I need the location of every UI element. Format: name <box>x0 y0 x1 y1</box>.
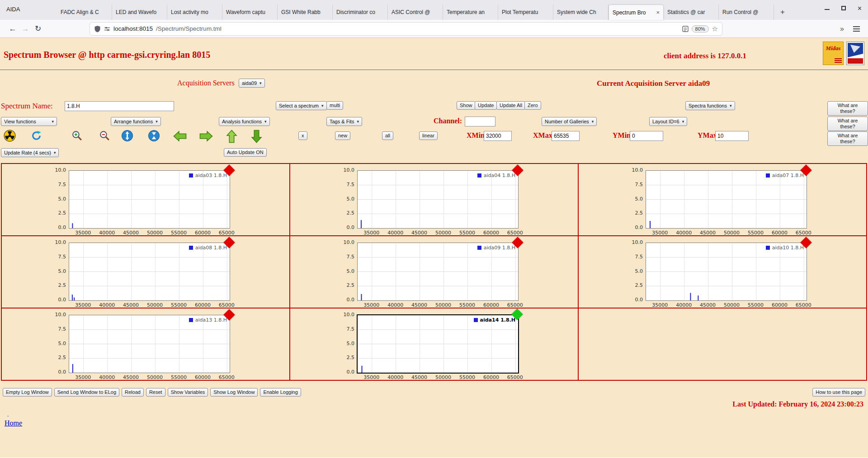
legend-swatch <box>189 173 193 178</box>
linear-button[interactable]: linear <box>419 131 438 140</box>
all-button[interactable]: all <box>382 131 393 140</box>
y-tick-label: 7.5 <box>624 182 643 187</box>
y-tick-label: 10.0 <box>47 167 66 173</box>
plot-area: aida08 1.8.H <box>69 243 230 301</box>
zoom-out-icon[interactable] <box>99 130 111 144</box>
auto-update-button[interactable]: Auto Update ON <box>224 148 267 157</box>
x-button[interactable]: x <box>298 131 307 140</box>
legend-swatch <box>766 246 770 250</box>
zoom-level-badge[interactable]: 80% <box>692 25 709 33</box>
tab-system-wide-ch[interactable]: System wide Ch <box>553 5 609 20</box>
acquisition-server-select[interactable]: aida09 ▾ <box>239 79 265 88</box>
arrow-left-icon[interactable] <box>173 131 187 144</box>
ymin-input[interactable] <box>630 131 663 141</box>
layout-id-select[interactable]: Layout ID=6 ▾ <box>649 117 687 126</box>
refresh-icon[interactable] <box>30 130 42 144</box>
tab-lost-activity-mo[interactable]: Lost activity mo <box>167 5 222 20</box>
reload-button[interactable]: Reload <box>122 388 144 397</box>
show-log-window-button[interactable]: Show Log Window <box>210 388 258 397</box>
tags-fits-select[interactable]: Tags & Fits ▾ <box>326 117 362 126</box>
update-rate-select[interactable]: Update Rate (4 secs) ▾ <box>1 148 59 157</box>
spectrum-chart-aida08-1-8-h[interactable]: 0.02.55.07.510.0350004000045000500005500… <box>2 236 289 308</box>
view-functions-select[interactable]: View functions ▾ <box>1 117 57 126</box>
xmin-input[interactable] <box>484 131 512 141</box>
reader-view-icon[interactable] <box>682 26 689 32</box>
what-are-these-button-1[interactable]: What are these? <box>827 101 868 116</box>
compress-y-icon[interactable] <box>148 130 160 144</box>
tab-run-control[interactable]: Run Control @ <box>719 5 774 20</box>
permissions-icon[interactable] <box>104 26 110 32</box>
reload-button[interactable]: ↻ <box>32 24 44 33</box>
close-window-button[interactable]: × <box>858 5 862 11</box>
update-all-button[interactable]: Update All <box>496 101 525 110</box>
xmax-input[interactable] <box>552 131 580 141</box>
new-button[interactable]: new <box>335 131 350 140</box>
analysis-functions-value: Analysis functions <box>222 119 262 124</box>
tags-fits-value: Tags & Fits <box>330 119 354 124</box>
reset-button[interactable]: Reset <box>146 388 165 397</box>
how-to-use-button[interactable]: How to use this page <box>812 388 865 397</box>
x-tick-label: 35000 <box>361 302 382 308</box>
arrow-right-icon[interactable] <box>199 131 213 144</box>
y-tick-label: 10.0 <box>624 239 643 245</box>
tab-temperature-an[interactable]: Temperature an <box>443 5 498 20</box>
bookmark-star-icon[interactable]: ☆ <box>712 25 718 33</box>
arrange-functions-select[interactable]: Arrange functions ▾ <box>111 117 161 126</box>
tab-close-icon[interactable]: × <box>656 9 660 16</box>
channel-input[interactable] <box>465 117 495 126</box>
send-log-window-to-elog-button[interactable]: Send Log Window to ELog <box>54 388 119 397</box>
trefoil-icon[interactable] <box>4 130 16 144</box>
enable-logging-button[interactable]: Enable Logging <box>260 388 301 397</box>
overflow-menu-icon[interactable]: » <box>835 25 849 33</box>
spectrum-chart-aida14-1-8-h[interactable]: 0.02.55.07.510.0350004000045000500005500… <box>290 308 578 380</box>
x-tick-label: 50000 <box>433 230 454 236</box>
zoom-in-icon[interactable] <box>71 130 83 144</box>
spectra-functions-select[interactable]: Spectra functions ▾ <box>685 101 735 110</box>
empty-log-window-button[interactable]: Empty Log Window <box>3 388 52 397</box>
url-bar[interactable]: localhost:8015/Spectrum/Spectrum.tml 80%… <box>90 22 722 36</box>
spectrum-name-input[interactable] <box>65 101 174 111</box>
show-button[interactable]: Show <box>457 101 476 110</box>
spectrum-chart-aida07-1-8-h[interactable]: 0.02.55.07.510.0350004000045000500005500… <box>579 164 866 235</box>
back-button[interactable]: ← <box>6 24 19 33</box>
show-variables-button[interactable]: Show Variables <box>168 388 208 397</box>
tab-gsi-white-rabb[interactable]: GSI White Rabb <box>278 5 333 20</box>
what-are-these-button-3[interactable]: What are these? <box>827 131 868 146</box>
maximize-button[interactable] <box>841 5 846 11</box>
minimize-button[interactable] <box>825 5 830 11</box>
tab-spectrum-bro[interactable]: Spectrum Bro× <box>609 5 664 20</box>
expand-y-icon[interactable] <box>121 130 133 144</box>
tab-asic-control[interactable]: ASIC Control @ <box>388 5 443 20</box>
select-spectrum-dropdown[interactable]: Select a spectrum ▾ <box>276 101 327 110</box>
tab-statistics-car[interactable]: Statistics @ car <box>664 5 719 20</box>
legend-swatch <box>189 318 193 322</box>
tab-discriminator-co[interactable]: Discriminator co <box>333 5 388 20</box>
spectrum-chart-aida10-1-8-h[interactable]: 0.02.55.07.510.0350004000045000500005500… <box>579 236 866 308</box>
multi-button[interactable]: multi <box>326 101 343 110</box>
shield-icon[interactable] <box>94 25 101 33</box>
arrow-down-icon[interactable] <box>251 129 262 145</box>
legend-label: aida09 1.8.H <box>484 245 515 251</box>
forward-button[interactable]: → <box>19 24 32 33</box>
tab-led-and-wavefo[interactable]: LED and Wavefo <box>112 5 167 20</box>
plot-area: aida14 1.8.H <box>357 314 519 374</box>
spectrum-chart-aida04-1-8-h[interactable]: 0.02.55.07.510.0350004000045000500005500… <box>290 164 578 235</box>
home-link[interactable]: Home <box>5 419 22 427</box>
gallery-cell-aida03-1-8-h: 0.02.55.07.510.0350004000045000500005500… <box>1 164 290 236</box>
number-of-galleries-select[interactable]: Number of Galleries ▾ <box>542 117 597 126</box>
menu-icon[interactable] <box>853 26 860 32</box>
spectrum-browser-page: Spectrum Browser @ http carme-gsi.cryrin… <box>0 38 868 458</box>
y-tick-label: 0.0 <box>47 297 66 303</box>
spectrum-chart-aida09-1-8-h[interactable]: 0.02.55.07.510.0350004000045000500005500… <box>290 236 578 308</box>
zero-button[interactable]: Zero <box>524 101 541 110</box>
tab-waveform-captu[interactable]: Waveform captu <box>222 5 278 20</box>
spectrum-chart-aida13-1-8-h[interactable]: 0.02.55.07.510.0350004000045000500005500… <box>2 308 289 380</box>
ymax-input[interactable] <box>715 131 749 141</box>
new-tab-button[interactable]: + <box>778 8 788 17</box>
arrow-up-icon[interactable] <box>226 129 237 145</box>
analysis-functions-select[interactable]: Analysis functions ▾ <box>219 117 270 126</box>
tab-fadc-align-c[interactable]: FADC Align & C <box>57 5 112 20</box>
tab-plot-temperatu[interactable]: Plot Temperatu <box>498 5 553 20</box>
update-button[interactable]: Update <box>475 101 497 110</box>
spectrum-chart-aida03-1-8-h[interactable]: 0.02.55.07.510.0350004000045000500005500… <box>2 164 289 235</box>
